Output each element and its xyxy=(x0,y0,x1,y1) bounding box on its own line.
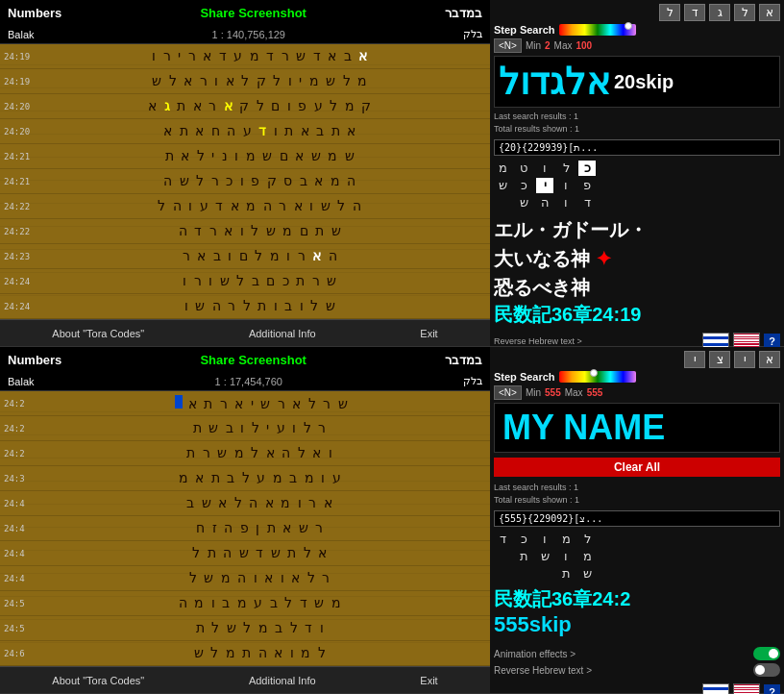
rainbow-bar-top[interactable] xyxy=(559,24,636,36)
table-row: 24:22 ה ל ש ו א ר ה מ א ד ע ו ה ל xyxy=(0,194,490,219)
subtitle-right-top: בלק xyxy=(463,28,482,40)
skip-label-top: 20skip xyxy=(614,71,674,93)
letter-btn-3[interactable]: ג xyxy=(709,4,730,21)
small-chars-bottom: ל מ ו כ ד מ ו ש ת ש ת xyxy=(494,532,780,582)
max-val-bottom: 555 xyxy=(587,387,603,398)
info-btn-top[interactable]: Additional Info xyxy=(241,326,324,341)
table-row: 24:4 ר ש א ת ן פ ה ז ח xyxy=(0,516,490,541)
japanese-line1-top: エル・ガドール・ xyxy=(494,215,780,244)
step-search-label-bottom: Step Search xyxy=(494,371,555,383)
share-screenshot-btn-top[interactable]: Share Screenshot xyxy=(200,6,306,20)
subtitle-left-bottom: Balak xyxy=(8,376,35,387)
table-row: 24:4 א ל ת ש ד ש ה ת ל xyxy=(0,541,490,566)
min-val-top: 2 xyxy=(545,40,551,51)
japanese-section-bottom: 民数記36章24:2 555skip xyxy=(494,586,780,637)
table-row: 24:21 ה מ א ב ס ק פ ו כ ר ל ש ה xyxy=(0,169,490,194)
letter-btn-b1[interactable]: י xyxy=(684,351,705,368)
table-row: 24:6 ל מ ו א ה ת מ ל ש xyxy=(0,641,490,666)
arrow-btn-bottom[interactable]: <N> xyxy=(494,385,522,400)
rainbow-dot-top xyxy=(625,22,632,30)
animation-label: Animation effects > xyxy=(494,649,576,659)
about-btn-bottom[interactable]: About "Tora Codes" xyxy=(44,673,152,688)
bottom-nav-bottom: About "Tora Codes" Additional Info Exit xyxy=(0,666,490,693)
result-box-bottom[interactable]: {555}{229092}[צ... xyxy=(494,510,780,527)
table-row: 24:2 ר ל ו ע י ל ו ב ש ת xyxy=(0,416,490,441)
small-matrix-top: כ ל ו ט מ פ ו י כ ש ד ו ה ש xyxy=(494,161,780,211)
table-row: 24:5 ו ד ל ב מ ל ש ל ת xyxy=(0,616,490,641)
table-row: 24:24 ש ל ו ב ו ת ל ר ה ש ו xyxy=(0,294,490,319)
us-flag-bottom xyxy=(733,683,760,694)
info-btn-bottom[interactable]: Additional Info xyxy=(241,673,324,688)
about-btn-top[interactable]: About "Tora Codes" xyxy=(44,326,152,341)
japanese-section-top: エル・ガドール・ 大いなる神 ✦ 恐るべき神 民数記36章24:19 xyxy=(494,215,780,328)
subtitle-left-top: Balak xyxy=(8,29,35,40)
letter-btn-b3[interactable]: י xyxy=(734,351,755,368)
question-btn-bottom[interactable]: ? xyxy=(764,684,780,694)
max-val-top: 100 xyxy=(576,40,593,51)
share-screenshot-btn-bottom[interactable]: Share Screenshot xyxy=(200,353,306,367)
arrow-btn-top[interactable]: <N> xyxy=(494,38,522,53)
letter-btn-4[interactable]: ל xyxy=(734,4,755,21)
step-search-row-bottom: Step Search xyxy=(494,371,780,383)
subtitle-right-bottom: בלק xyxy=(463,375,482,387)
bottom-nav-top: About "Tora Codes" Additional Info Exit xyxy=(0,319,490,346)
flag-row-bottom: ? xyxy=(494,683,780,694)
subtitle-bar-bottom: Balak 1 : 17,454,760 בלק xyxy=(0,372,490,391)
toggle-knob xyxy=(769,649,778,658)
top-bar-bottom: Numbers Share Screenshot במדבר xyxy=(0,347,490,372)
reverse-toggle[interactable] xyxy=(753,663,780,677)
max-label-bottom: Max xyxy=(565,387,583,398)
subtitle-center-bottom: 1 : 17,454,760 xyxy=(215,376,282,387)
skip-label-bottom: 555skip xyxy=(494,612,780,637)
top-left-panel: Numbers Share Screenshot במדבר Balak 1 :… xyxy=(0,0,490,346)
animation-toggle[interactable] xyxy=(753,647,780,660)
table-row: 24:19 מ ל ש מ י ו ל ק ל א ו ר א ל ש xyxy=(0,69,490,94)
search-result-info-bottom: Last search results : 1 Total results sh… xyxy=(494,482,780,506)
table-row: 24:19 א ב א ד ש ר ד מ ע ד א ר י ר ו xyxy=(0,44,490,69)
letter-btn-2[interactable]: ד xyxy=(684,4,705,21)
exit-btn-top[interactable]: Exit xyxy=(412,326,445,341)
date-ref-top: 民数記36章24:19 xyxy=(494,302,780,328)
min-label-bottom: Min xyxy=(526,387,541,398)
min-max-row-top: <N> Min 2 Max 100 xyxy=(494,38,780,53)
table-row: 24:20 א ת ב א ת ו ד ע ה ח א ת א xyxy=(0,119,490,144)
reverse-hebrew-top[interactable]: Reverse Hebrew text > xyxy=(494,336,582,346)
letter-btn-1[interactable]: ל xyxy=(659,4,680,21)
rainbow-bar-bottom[interactable] xyxy=(559,371,636,383)
result-box-top[interactable]: {20}{229939}[ת... xyxy=(494,139,780,156)
animation-row: Animation effects > xyxy=(494,647,780,660)
table-row: 24:4 ר ל א ו א ו ה מ ש ל xyxy=(0,566,490,591)
exit-btn-bottom[interactable]: Exit xyxy=(412,673,445,688)
table-row: 24:2 ש ר ל א ר ש י א ר ת א xyxy=(0,391,490,416)
right-top-bar-bottom: י צ י א xyxy=(494,351,780,368)
reverse-label[interactable]: Reverse Hebrew text > xyxy=(494,665,592,676)
bottom-panel: Numbers Share Screenshot במדבר Balak 1 :… xyxy=(0,347,784,694)
animation-section: Animation effects > Reverse Hebrew text … xyxy=(494,644,780,677)
date-ref-bottom: 民数記36章24:2 xyxy=(494,586,780,612)
bottom-right-panel: י צ י א Step Search <N> Min 555 Max 555 … xyxy=(490,347,784,693)
table-row: 24:24 ש ר ת כ ם ב ל ש ו ר ו xyxy=(0,269,490,294)
table-row: 24:23 ה א ר ו מ ל ם ו ב א ר xyxy=(0,244,490,269)
japanese-line3-top: 恐るべき神 xyxy=(494,273,780,302)
big-hebrew-text-top: אלגדול xyxy=(499,61,610,103)
top-right-panel: ל ד ג ל א Step Search <N> Min 2 Max 100 … xyxy=(490,0,784,346)
max-label-top: Max xyxy=(554,40,573,51)
table-row: 24:2 ו א ל ה א ל מ ש ר ת xyxy=(0,441,490,466)
bottom-title: Numbers xyxy=(8,353,61,367)
letter-btn-b2[interactable]: צ xyxy=(709,351,730,368)
subtitle-bar-top: Balak 1 : 140,756,129 בלק xyxy=(0,25,490,44)
letter-btn-5[interactable]: א xyxy=(759,4,780,21)
letter-btn-b4[interactable]: א xyxy=(759,351,780,368)
rainbow-dot-bottom xyxy=(590,369,598,377)
search-result-info-top: Last search results : 1 Total results sh… xyxy=(494,111,780,135)
table-row: 24:21 ש מ ש א ם ש מ ו נ י ל א ת xyxy=(0,144,490,169)
top-hebrew-title: במדבר xyxy=(445,6,482,20)
table-row: 24:20 ק מ ל ע פ ו ם ל ק א ר א ת ג א xyxy=(0,94,490,119)
matrix-area-top: 24:19 א ב א ד ש ר ד מ ע ד א ר י ר ו 24:1… xyxy=(0,44,490,319)
min-max-row-bottom: <N> Min 555 Max 555 xyxy=(494,385,780,400)
bottom-left-panel: Numbers Share Screenshot במדבר Balak 1 :… xyxy=(0,347,490,693)
top-title: Numbers xyxy=(8,6,61,20)
step-search-row-top: Step Search xyxy=(494,24,780,36)
my-name-display: MY NAME xyxy=(494,403,780,453)
clear-all-btn[interactable]: Clear All xyxy=(494,458,780,477)
